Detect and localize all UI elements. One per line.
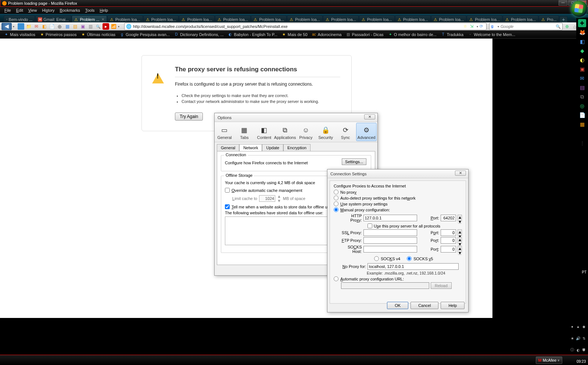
options-category-applications[interactable]: ⧉Applications — [274, 122, 296, 142]
taskbar-mcafee[interactable]: MMcAfee▾ — [536, 357, 562, 364]
dock-icon[interactable]: ▤ — [578, 83, 586, 92]
radio-socks4[interactable] — [374, 256, 379, 261]
search-go-icon[interactable]: 🔍 — [556, 24, 561, 29]
browser-tab[interactable]: Problem loa... — [251, 15, 287, 23]
dock-icon[interactable]: ◎ — [578, 102, 586, 110]
url-dropdown[interactable]: ▾ — [477, 25, 478, 28]
language-indicator[interactable]: PT — [582, 270, 587, 274]
bookmark-item[interactable]: ✦Mais visitados — [2, 31, 37, 38]
connection-settings-button[interactable]: Settings... — [342, 158, 366, 165]
tray-icon[interactable]: ◆ — [581, 324, 587, 329]
browser-tab[interactable]: Problem loa... — [323, 15, 359, 23]
menu-tools[interactable]: Tools — [83, 7, 97, 13]
tray-icon[interactable]: ★ — [570, 336, 575, 341]
options-category-content[interactable]: ◧Content — [254, 122, 274, 142]
dock-icon[interactable]: ✉ — [578, 74, 586, 82]
tab-close-icon[interactable]: ✕ — [101, 17, 104, 21]
tray-icon[interactable]: ▲ — [576, 324, 581, 329]
browser-tab[interactable]: Problem loa... — [287, 15, 323, 23]
dock-icon[interactable]: ⧉ — [578, 93, 586, 101]
options-category-security[interactable]: 🔒Security — [316, 122, 336, 142]
browser-tab[interactable]: Problem loa... — [431, 15, 467, 23]
ftp-port-input[interactable] — [441, 237, 456, 244]
conn-titlebar[interactable]: Connection Settings ✕ — [327, 169, 468, 178]
offline-notify-checkbox[interactable] — [225, 204, 230, 209]
feed-icon[interactable]: 📶 — [110, 23, 117, 30]
socks-port-input[interactable] — [441, 246, 456, 253]
radio-manual[interactable] — [334, 207, 338, 212]
browser-tab[interactable]: Problem loa... — [359, 15, 395, 23]
tray-icon[interactable]: 🔊 — [576, 336, 581, 341]
bookmark-item[interactable]: gGoogle Pesquisa avan... — [118, 31, 171, 38]
dock-icon[interactable]: ▣ — [578, 65, 586, 73]
bookmark-item[interactable]: ▧Passadori - Dicas — [344, 31, 385, 38]
radio-auto-detect[interactable] — [334, 196, 338, 200]
menu-view[interactable]: View — [26, 7, 39, 13]
menu-file[interactable]: File — [2, 7, 13, 13]
browser-tab[interactable]: Problem loa... — [467, 15, 502, 23]
dock-icon[interactable]: 📄 — [578, 111, 586, 119]
search-box[interactable]: g ▾ 🔍 — [489, 23, 563, 30]
http-port-spinner[interactable]: ▲▼ — [458, 215, 462, 221]
note-icon[interactable]: 📄 — [49, 23, 55, 30]
radio-auto-url[interactable] — [334, 276, 338, 281]
search-input[interactable] — [501, 24, 554, 29]
browser-tab[interactable]: ▫Bem-vindo ... — [4, 15, 35, 23]
search-engine-icon[interactable]: g — [491, 24, 496, 29]
ftp-proxy-input[interactable] — [363, 237, 417, 244]
browser-tab[interactable]: Problem loa... — [143, 15, 179, 23]
radio-system[interactable] — [334, 201, 338, 206]
browser-tab[interactable]: MGmail: Emai... — [35, 15, 71, 23]
subtab-update[interactable]: Update — [262, 144, 283, 151]
addthis-icon[interactable]: ⊕ — [564, 23, 570, 30]
bookmark-item[interactable]: acAdorocinema — [310, 31, 343, 38]
tray-icon[interactable]: ● — [570, 324, 575, 329]
ssl-port-input[interactable] — [441, 229, 456, 236]
bookmark-item[interactable]: ★Últimas notícias — [79, 31, 117, 38]
browser-tab[interactable]: Problem loa... — [107, 15, 143, 23]
tile-icon[interactable] — [18, 23, 24, 30]
no-proxy-for-input[interactable] — [368, 263, 459, 270]
blogger-icon[interactable]: ◧ — [41, 23, 47, 30]
back-dropdown[interactable]: ▾ — [13, 25, 17, 28]
firefox-dock-icon[interactable]: 🦊 — [578, 28, 586, 36]
dock-icon[interactable]: ◧ — [578, 37, 586, 46]
menu-bookmarks[interactable]: Bookmarks — [58, 7, 82, 13]
bookmark-item[interactable]: DDictionary Definitions, ... — [172, 31, 225, 38]
conn-help-button[interactable]: Help — [441, 302, 465, 309]
radio-no-proxy[interactable] — [334, 190, 338, 194]
dock-icon[interactable]: ◐ — [578, 56, 586, 64]
site-identity-icon[interactable]: 🌐 — [126, 24, 132, 29]
try-again-button[interactable]: Try Again — [175, 112, 203, 121]
bookmark-item[interactable]: ✦O melhor do bairro de... — [386, 31, 438, 38]
browser-tab[interactable]: Pro... — [539, 15, 559, 23]
menu-edit[interactable]: Edit — [14, 7, 25, 13]
http-port-input[interactable] — [441, 215, 456, 221]
subtab-encryption[interactable]: Encryption — [283, 144, 311, 151]
share-icon[interactable]: ⇲ — [470, 24, 475, 29]
options-category-sync[interactable]: ⟳Sync — [336, 122, 355, 142]
socks-port-spinner[interactable]: ▲▼ — [458, 246, 462, 253]
override-cache-checkbox[interactable] — [225, 188, 230, 193]
toolbar-overflow[interactable]: ▾ — [118, 25, 122, 28]
http-proxy-input[interactable] — [363, 215, 417, 221]
browser-tab[interactable]: Problem ...✕ — [72, 15, 107, 23]
use-all-checkbox[interactable] — [368, 223, 372, 228]
options-category-tabs[interactable]: ▦Tabs — [234, 122, 254, 142]
ftp-port-spinner[interactable]: ▲▼ — [458, 237, 462, 244]
app-icon-4[interactable]: ▥ — [87, 23, 94, 30]
app-icon-3[interactable]: ▣ — [79, 23, 86, 30]
bookmark-item[interactable]: ★Mais de 50 — [280, 31, 309, 38]
browser-tab[interactable]: Problem loa... — [503, 15, 538, 23]
reload-icon[interactable]: ⟳ — [480, 24, 485, 29]
options-category-advanced[interactable]: ⚙Advanced — [356, 123, 377, 141]
app-icon-1[interactable]: ▦ — [64, 23, 71, 30]
app-icon-2[interactable]: ▤ — [72, 23, 78, 30]
start-orb[interactable] — [571, 1, 587, 17]
google-icon[interactable]: 🔍 — [95, 23, 101, 30]
tray-icon[interactable]: ◐ — [576, 347, 581, 353]
ssl-port-spinner[interactable]: ▲▼ — [458, 229, 462, 236]
new-tab-button[interactable]: + — [559, 16, 567, 23]
options-category-general[interactable]: ▭General — [215, 122, 234, 142]
conn-cancel-button[interactable]: Cancel — [410, 302, 438, 309]
